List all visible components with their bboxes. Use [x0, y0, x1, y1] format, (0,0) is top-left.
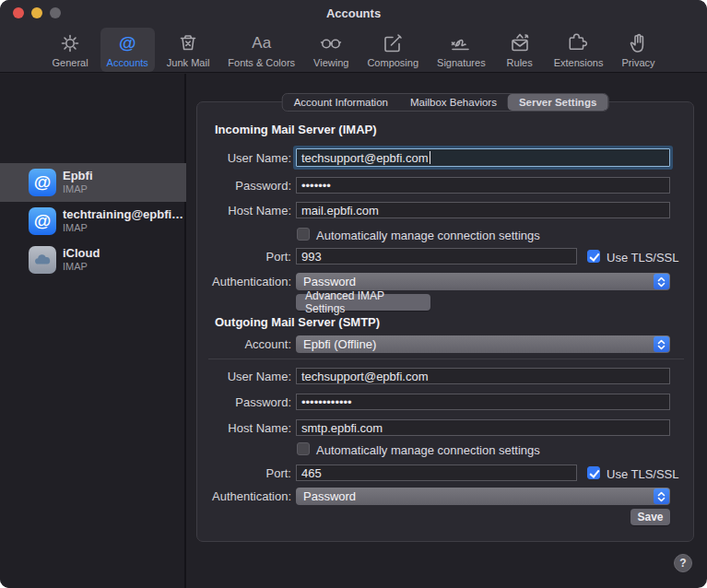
toolbar-item-general[interactable]: General: [45, 28, 94, 72]
outgoing-user-name-field[interactable]: techsupport@epbfi.com: [296, 368, 670, 384]
field-label: Port:: [144, 466, 291, 480]
outgoing-host-name-field[interactable]: smtp.epbfi.com: [296, 419, 670, 436]
account-tabs: Account Information Mailbox Behaviors Se…: [282, 93, 609, 112]
outgoing-authentication-row: Authentication: Password: [197, 488, 695, 504]
dropdown-value: Password: [303, 489, 356, 503]
outgoing-authentication-dropdown[interactable]: Password: [296, 488, 670, 505]
tab-account-information[interactable]: Account Information: [283, 94, 399, 111]
advanced-imap-settings-button[interactable]: Advanced IMAP Settings: [296, 294, 430, 311]
field-value: •••••••: [301, 179, 331, 193]
signature-icon: [449, 30, 473, 56]
chevron-up-down-icon: [654, 274, 669, 289]
outgoing-account-row: Account: Epbfi (Offline): [197, 335, 695, 352]
field-value: ••••••••••••: [301, 395, 352, 409]
toolbar-label: General: [52, 57, 88, 68]
dropdown-value: Password: [303, 275, 356, 288]
toolbar-item-rules[interactable]: Rules: [498, 28, 542, 72]
gear-icon: [58, 30, 82, 56]
chevron-up-down-icon: [654, 488, 669, 504]
fonts-icon: Aa: [252, 30, 271, 56]
help-button[interactable]: ?: [674, 554, 692, 572]
field-value: 465: [301, 466, 322, 480]
tab-mailbox-behaviors[interactable]: Mailbox Behaviors: [399, 94, 508, 111]
toolbar-item-accounts[interactable]: @ Accounts: [100, 28, 155, 72]
section-divider: [208, 359, 684, 359]
incoming-password-row: Password: •••••••: [197, 177, 695, 194]
toolbar-label: Viewing: [313, 57, 348, 68]
outgoing-section-heading: Outgoing Mail Server (SMTP): [215, 315, 380, 329]
field-label: User Name:: [144, 151, 291, 165]
incoming-authentication-row: Authentication: Password: [197, 273, 695, 289]
account-type: IMAP: [63, 183, 88, 194]
incoming-section-heading: Incoming Mail Server (IMAP): [215, 123, 377, 136]
window-title: Accounts: [0, 6, 707, 20]
icloud-icon: [29, 246, 56, 274]
toolbar-item-composing[interactable]: Composing: [360, 28, 425, 72]
toolbar-label: Rules: [507, 57, 533, 68]
outgoing-port-field[interactable]: 465: [296, 465, 577, 481]
field-label: Host Name:: [144, 204, 291, 218]
toolbar-label: Fonts & Colors: [228, 57, 295, 68]
account-type: IMAP: [63, 222, 88, 233]
incoming-user-name-row: User Name: techsupport@epbfi.com: [197, 149, 695, 166]
field-label: Authentication:: [144, 275, 291, 288]
rules-envelope-icon: [508, 30, 532, 56]
field-label: Host Name:: [144, 421, 291, 435]
checkbox-label: Automatically manage connection settings: [316, 443, 540, 457]
field-value: mail.epbfi.com: [301, 204, 379, 218]
toolbar-item-junk-mail[interactable]: Junk Mail: [160, 28, 216, 72]
junk-trash-icon: [176, 30, 200, 56]
field-value: 993: [301, 250, 322, 264]
puzzle-icon: [567, 30, 591, 56]
field-label: User Name:: [144, 370, 291, 383]
field-label: Password:: [144, 395, 291, 409]
outgoing-auto-manage-checkbox[interactable]: [297, 442, 310, 455]
preferences-toolbar: General @ Accounts Junk Mail Aa Fonts & …: [0, 26, 707, 73]
toolbar-label: Signatures: [437, 57, 486, 68]
outgoing-host-name-row: Host Name: smtp.epbfi.com: [197, 419, 695, 436]
field-label: Authentication:: [144, 489, 291, 503]
field-value: smtp.epbfi.com: [301, 421, 383, 435]
dropdown-value: Epbfi (Offline): [303, 337, 376, 351]
field-label: Account:: [144, 337, 291, 351]
incoming-password-field[interactable]: •••••••: [296, 177, 670, 194]
incoming-user-name-field[interactable]: techsupport@epbfi.com: [296, 148, 670, 167]
checkbox-label: Use TLS/SSL: [607, 251, 679, 265]
outgoing-auto-manage-row: Automatically manage connection settings: [197, 442, 695, 459]
chevron-up-down-icon: [654, 336, 669, 352]
field-label: Password:: [144, 179, 291, 193]
glasses-icon: [319, 30, 343, 56]
incoming-host-name-field[interactable]: mail.epbfi.com: [296, 202, 670, 218]
incoming-host-name-row: Host Name: mail.epbfi.com: [197, 202, 695, 218]
outgoing-password-field[interactable]: ••••••••••••: [296, 394, 670, 410]
field-value: techsupport@epbfi.com: [301, 370, 429, 383]
incoming-auto-manage-checkbox[interactable]: [297, 228, 310, 241]
hand-icon: [626, 30, 650, 56]
field-label: Port:: [144, 250, 291, 264]
outgoing-account-dropdown[interactable]: Epbfi (Offline): [296, 335, 670, 353]
save-button[interactable]: Save: [630, 509, 670, 525]
mail-at-icon: @: [29, 207, 56, 235]
outgoing-tls-checkbox[interactable]: [587, 466, 600, 479]
at-icon: @: [119, 30, 136, 56]
server-settings-panel: Account Information Mailbox Behaviors Se…: [196, 101, 694, 542]
toolbar-item-fonts-colors[interactable]: Aa Fonts & Colors: [221, 28, 301, 72]
incoming-tls-checkbox[interactable]: [587, 250, 600, 263]
toolbar-item-viewing[interactable]: Viewing: [307, 28, 355, 72]
outgoing-password-row: Password: ••••••••••••: [197, 394, 695, 410]
toolbar-label: Privacy: [621, 57, 654, 68]
mail-at-icon: @: [29, 169, 56, 196]
field-value: techsupport@epbfi.com: [301, 151, 429, 165]
toolbar-label: Composing: [367, 57, 418, 68]
toolbar-item-extensions[interactable]: Extensions: [548, 28, 610, 72]
toolbar-item-signatures[interactable]: Signatures: [430, 28, 492, 72]
incoming-port-row: Port: 993 Use TLS/SSL: [197, 248, 695, 265]
incoming-authentication-dropdown[interactable]: Password: [296, 273, 670, 290]
toolbar-item-privacy[interactable]: Privacy: [615, 28, 661, 72]
outgoing-port-row: Port: 465 Use TLS/SSL: [197, 465, 695, 481]
tab-server-settings[interactable]: Server Settings: [508, 94, 607, 111]
incoming-port-field[interactable]: 993: [296, 248, 577, 265]
toolbar-label: Accounts: [107, 57, 148, 68]
title-bar: Accounts: [0, 0, 707, 26]
outgoing-user-name-row: User Name: techsupport@epbfi.com: [197, 368, 695, 384]
